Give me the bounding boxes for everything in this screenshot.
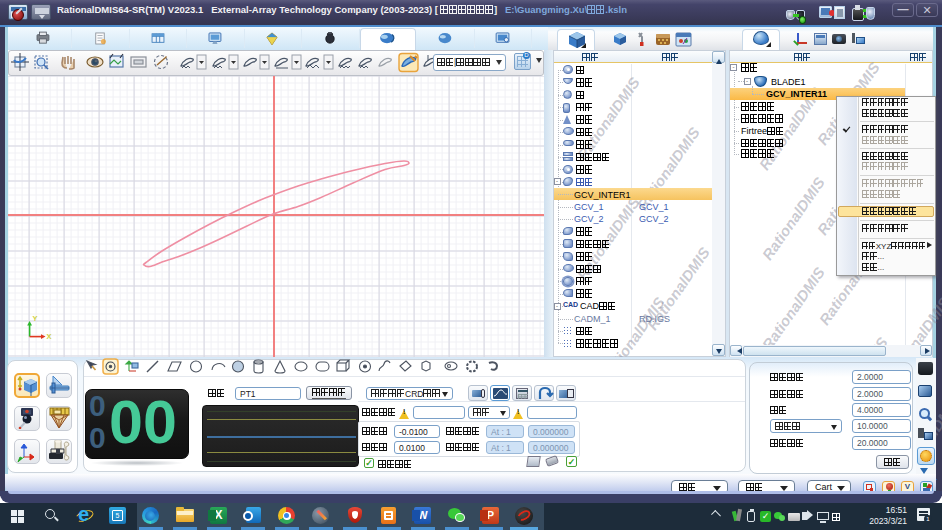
svg-text:X: X	[47, 332, 52, 341]
svg-text:Y: Y	[33, 314, 38, 323]
